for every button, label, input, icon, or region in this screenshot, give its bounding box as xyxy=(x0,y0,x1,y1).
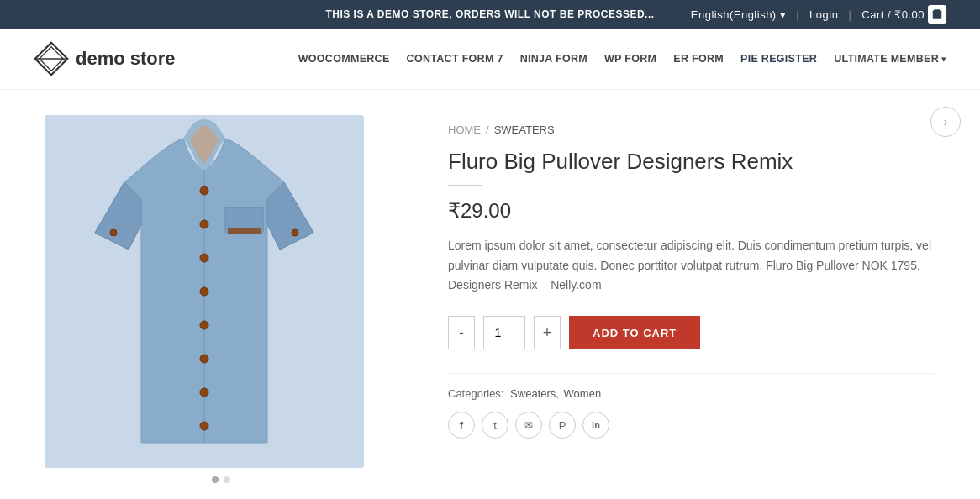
logo-diamond-icon xyxy=(34,41,69,76)
title-divider xyxy=(448,185,482,186)
quantity-input[interactable] xyxy=(483,316,525,349)
breadcrumb-home[interactable]: HOME xyxy=(448,123,481,136)
svg-point-11 xyxy=(200,355,208,363)
category-comma: , xyxy=(556,387,559,400)
product-image-section xyxy=(45,115,398,483)
product-price: ₹29.00 xyxy=(448,199,935,223)
svg-point-10 xyxy=(200,321,208,329)
facebook-share-icon[interactable]: f xyxy=(448,412,475,439)
logo[interactable]: demo store xyxy=(34,41,176,76)
svg-point-9 xyxy=(200,287,208,296)
svg-point-16 xyxy=(110,229,117,236)
thumbnail-dot[interactable] xyxy=(212,476,219,483)
nav-ultimate-member[interactable]: ULTIMATE MEMBER ▾ xyxy=(834,53,946,65)
chevron-down-icon: ▾ xyxy=(780,8,787,21)
category-section: Categories: Sweaters, Women xyxy=(448,373,935,400)
cart-section: - + ADD TO CART xyxy=(448,316,935,349)
cart-link[interactable]: Cart / ₹0.00 xyxy=(861,5,946,24)
login-link[interactable]: Login xyxy=(809,8,838,21)
add-to-cart-button[interactable]: ADD TO CART xyxy=(569,316,700,349)
category-women[interactable]: Women xyxy=(564,387,602,400)
demo-banner: THIS IS A DEMO STORE, ORDERS WILL NOT BE… xyxy=(0,0,980,29)
next-product-button[interactable]: › xyxy=(930,107,961,137)
shopping-bag-icon xyxy=(931,8,943,20)
product-image xyxy=(45,115,364,468)
categories-label: Categories: xyxy=(448,387,503,400)
nav-contact-form-7[interactable]: CONTACT FORM 7 xyxy=(407,53,503,65)
svg-point-8 xyxy=(200,254,208,262)
nav-pie-register[interactable]: PIE REGISTER xyxy=(740,53,817,65)
main-nav: WOOCOMMERCE CONTACT FORM 7 NINJA FORM WP… xyxy=(298,53,946,65)
nav-woocommerce[interactable]: WOOCOMMERCE xyxy=(298,53,390,65)
breadcrumb-separator: / xyxy=(486,123,489,136)
shirt-svg xyxy=(45,115,364,468)
main-content: › HOME / SWEATERS Fluro Big Pullover Des… xyxy=(28,90,952,499)
thumbnail-nav xyxy=(45,476,398,483)
cart-label: Cart / ₹0.00 xyxy=(861,8,925,21)
category-sweaters[interactable]: Sweaters xyxy=(510,387,556,400)
quantity-minus-button[interactable]: - xyxy=(448,316,475,349)
breadcrumb: HOME / SWEATERS xyxy=(448,123,935,136)
svg-point-17 xyxy=(292,229,298,236)
logo-plain: demo xyxy=(76,48,130,69)
linkedin-share-icon[interactable]: in xyxy=(582,412,609,439)
banner-message: THIS IS A DEMO STORE, ORDERS WILL NOT BE… xyxy=(325,8,654,20)
nav-wp-form[interactable]: WP FORM xyxy=(604,53,656,65)
social-icons: f t ✉ P in xyxy=(448,412,935,439)
logo-text: demo store xyxy=(76,48,176,70)
thumbnail-dot[interactable] xyxy=(224,476,230,483)
email-share-icon[interactable]: ✉ xyxy=(515,412,542,439)
breadcrumb-current: SWEATERS xyxy=(494,123,555,136)
chevron-down-icon-nav: ▾ xyxy=(941,54,946,65)
svg-point-7 xyxy=(200,220,208,228)
pinterest-share-icon[interactable]: P xyxy=(549,412,576,439)
logo-bold: store xyxy=(130,48,176,69)
quantity-plus-button[interactable]: + xyxy=(534,316,561,349)
nav-er-form[interactable]: ER FORM xyxy=(673,53,724,65)
chevron-right-icon: › xyxy=(944,115,948,129)
nav-ultimate-member-link[interactable]: ULTIMATE MEMBER xyxy=(834,53,939,65)
twitter-share-icon[interactable]: t xyxy=(482,412,508,439)
language-selector[interactable]: English(English) ▾ xyxy=(691,8,786,21)
header: demo store WOOCOMMERCE CONTACT FORM 7 NI… xyxy=(0,29,980,90)
svg-rect-15 xyxy=(228,228,261,234)
product-description: Lorem ipsum dolor sit amet, consectetur … xyxy=(448,236,935,296)
svg-point-6 xyxy=(200,186,208,195)
nav-ninja-form[interactable]: NINJA FORM xyxy=(520,53,587,65)
product-title: Fluro Big Pullover Designers Remix xyxy=(448,148,935,176)
svg-point-13 xyxy=(200,422,208,430)
svg-point-12 xyxy=(200,388,208,397)
divider2: | xyxy=(848,8,851,21)
language-label: English(English) xyxy=(691,8,777,21)
cart-icon xyxy=(928,5,946,24)
product-info: › HOME / SWEATERS Fluro Big Pullover Des… xyxy=(448,115,935,483)
divider: | xyxy=(796,8,799,21)
